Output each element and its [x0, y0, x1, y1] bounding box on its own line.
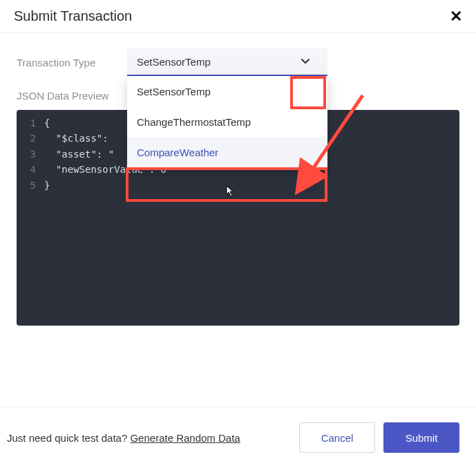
- select-value: SetSensorTemp: [137, 56, 211, 68]
- cancel-button[interactable]: Cancel: [299, 422, 375, 453]
- transaction-type-dropdown: SetSensorTemp ChangeThermostatTemp Compa…: [127, 76, 327, 167]
- generate-random-data-link[interactable]: Generate Random Data: [130, 432, 240, 444]
- chevron-down-icon[interactable]: [293, 49, 318, 74]
- code-line: {: [44, 115, 50, 131]
- dropdown-option-label: CompareWeather: [137, 147, 218, 158]
- close-icon[interactable]: ✕: [450, 9, 462, 24]
- dropdown-option-changethermostattemp[interactable]: ChangeThermostatTemp: [127, 106, 327, 137]
- submit-button[interactable]: Submit: [383, 422, 459, 453]
- dropdown-option-label: SetSensorTemp: [137, 86, 211, 97]
- dropdown-option-compareweather[interactable]: CompareWeather: [127, 137, 327, 167]
- code-line: "$class":: [44, 131, 108, 146]
- dropdown-option-setsensortemp[interactable]: SetSensorTemp: [127, 76, 327, 106]
- transaction-type-select[interactable]: SetSensorTemp: [127, 48, 327, 76]
- modal-title: Submit Transaction: [14, 8, 132, 24]
- code-line: }: [44, 178, 50, 193]
- dropdown-option-label: ChangeThermostatTemp: [137, 116, 251, 128]
- transaction-type-label: Transaction Type: [17, 57, 127, 68]
- footer-prompt: Just need quick test data?: [7, 432, 130, 444]
